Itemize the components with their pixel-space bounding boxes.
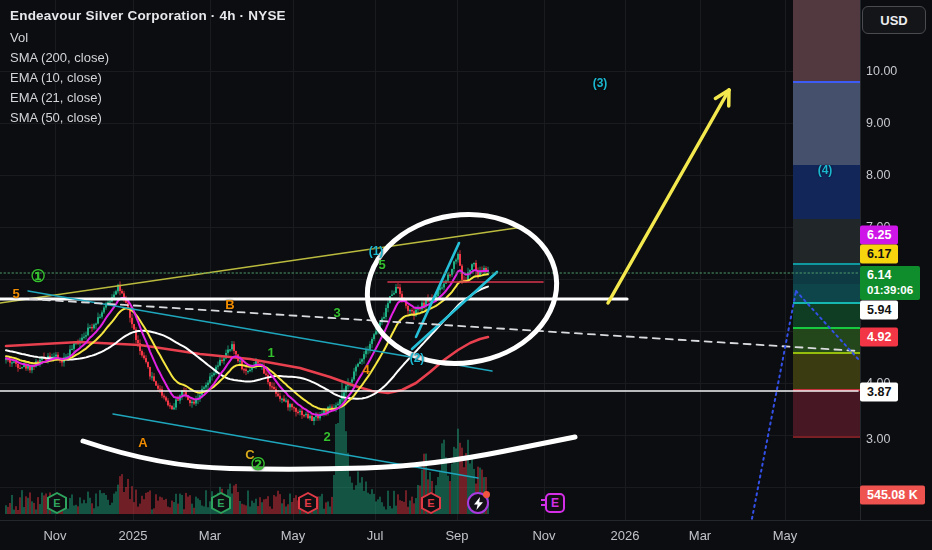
indicator-sma200[interactable]: SMA (200, close) [10,48,286,68]
price-label-6.25: 6.25 [860,226,898,245]
time-label-Mar: Mar [199,528,221,543]
price-label-5.94: 5.94 [860,301,898,320]
price-tick: 8.00 [866,168,890,182]
earnings-upcoming-icon[interactable]: E [545,493,565,513]
price-label-4.92: 4.92 [860,328,898,347]
lightning-icon [473,497,484,510]
wave-label-②[interactable]: ② [250,454,265,475]
indicator-ema21[interactable]: EMA (21, close) [10,88,286,108]
chart-window: Endeavour Silver Corporation · 4h · NYSE… [0,0,932,550]
wave-label-4[interactable]: 4 [362,362,369,377]
wave-label-(4)[interactable]: (4) [818,163,833,177]
time-label-Jul: Jul [367,528,384,543]
price-label-6.17: 6.17 [860,245,898,264]
price-tick: 10.00 [866,64,897,78]
indicator-ema10[interactable]: EMA (10, close) [10,68,286,88]
time-label-May: May [281,528,306,543]
wave-label-2[interactable]: 2 [323,429,330,444]
time-label-Sep: Sep [445,528,468,543]
indicator-vol[interactable]: Vol [10,28,286,48]
wave-label-5[interactable]: 5 [378,257,385,272]
wave-label-5[interactable]: 5 [12,286,19,301]
time-label-2026: 2026 [611,528,640,543]
wave-label-(3)[interactable]: (3) [593,76,608,90]
symbol-legend: Endeavour Silver Corporation · 4h · NYSE… [10,8,286,128]
time-label-Nov: Nov [43,528,66,543]
price-label-6.14: 6.1401:39:06 [860,266,920,300]
notification-dot [483,491,490,498]
wave-label-B[interactable]: B [225,297,234,312]
time-label-Mar: Mar [689,528,711,543]
price-label-3.87: 3.87 [860,383,898,402]
wave-label-A[interactable]: A [138,435,147,450]
time-label-Nov: Nov [532,528,555,543]
indicator-sma50[interactable]: SMA (50, close) [10,108,286,128]
wave-label-1[interactable]: 1 [267,345,274,360]
volume-value-label: 545.08 K [860,486,925,505]
wave-label-(2)[interactable]: (2) [410,351,425,365]
currency-toggle-button[interactable]: USD [862,6,926,34]
price-tick: 3.00 [866,432,890,446]
time-label-May: May [773,528,798,543]
wave-label-①[interactable]: ① [30,266,45,287]
price-tick: 9.00 [866,116,890,130]
time-label-2025: 2025 [119,528,148,543]
symbol-title[interactable]: Endeavour Silver Corporation · 4h · NYSE [10,8,286,23]
wave-label-3[interactable]: 3 [333,305,340,320]
flash-event-icon[interactable] [467,492,489,514]
